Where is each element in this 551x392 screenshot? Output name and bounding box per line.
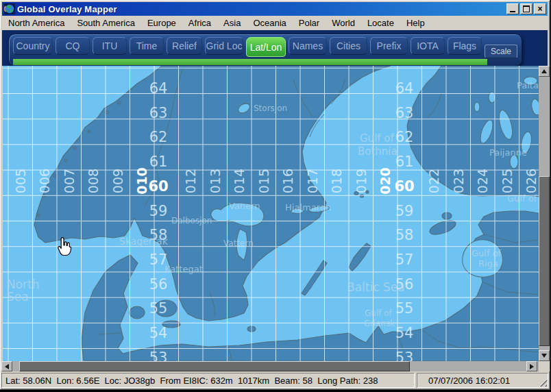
lat-label-60: 60	[148, 178, 168, 195]
place-label-riga: Riga	[478, 258, 498, 269]
horizontal-scrollbar[interactable]	[1, 361, 539, 371]
lat-label-59: 59	[149, 203, 168, 219]
toolbar-button-cities[interactable]: Cities	[330, 37, 367, 55]
lon-label-018: 018	[329, 169, 344, 193]
lat-label-55: 55	[395, 300, 414, 317]
scroll-up-button[interactable]	[539, 66, 550, 77]
lon-label-005: 005	[13, 169, 28, 193]
place-label-baltic-sea: Baltic Sea	[347, 280, 405, 294]
lon-label-026: 026	[524, 169, 539, 193]
lon-label-006: 006	[37, 169, 52, 193]
menu-item-polar[interactable]: Polar	[293, 16, 326, 29]
lat-label-54: 54	[149, 325, 168, 341]
toolbar-button-country[interactable]: Country	[13, 37, 53, 55]
scroll-down-button[interactable]	[539, 350, 550, 361]
status-clock-panel: 07/07/2006 16:02:01	[417, 373, 548, 388]
lat-label-63: 63	[149, 105, 168, 121]
lon-label-007: 007	[62, 169, 77, 193]
place-label-gulf-of: Gulf of	[365, 308, 393, 318]
place-label-kattegat: Kattegat	[164, 264, 203, 274]
window-title: Global Overlay Mapper	[17, 4, 505, 14]
place-label-sea: Sea	[7, 290, 29, 304]
scale-button[interactable]: Scale	[485, 45, 517, 58]
toolbar-button-time[interactable]: Time	[130, 37, 164, 55]
place-label-gdansk: Gdansk	[364, 319, 395, 328]
lon-label-009: 009	[110, 169, 125, 193]
lon-label-016: 016	[280, 169, 295, 193]
app-window: Global Overlay Mapper × North AmericaSou…	[0, 0, 550, 390]
scroll-left-button[interactable]	[1, 361, 12, 371]
menu-item-south-america[interactable]: South America	[71, 16, 141, 29]
toolbar-button-itu[interactable]: ITU	[93, 37, 127, 55]
vertical-scrollbar[interactable]	[539, 66, 550, 361]
maximize-icon	[523, 5, 530, 12]
toolbar-button-lat-lon[interactable]: Lat/Lon	[246, 37, 286, 57]
status-clock-text: 07/07/2006 16:02:01	[428, 376, 510, 386]
vertical-scroll-thumb[interactable]	[539, 176, 550, 346]
lat-label-55: 55	[149, 300, 168, 317]
lat-label-64: 64	[149, 80, 168, 97]
minimize-button[interactable]	[506, 3, 519, 14]
lon-label-015: 015	[256, 169, 271, 193]
toolbar-button-cq[interactable]: CQ	[56, 37, 90, 55]
arrow-down-icon	[541, 354, 547, 358]
resize-grip-icon[interactable]	[538, 378, 547, 387]
lon-label-024: 024	[475, 169, 490, 193]
scroll-right-button[interactable]	[526, 361, 537, 371]
lat-label-64: 64	[395, 80, 414, 97]
menu-item-world[interactable]: World	[326, 16, 361, 29]
lat-label-56: 56	[149, 276, 168, 293]
statusbar: Lat: 58.06N Lon: 6.56E Loc: JO38gb From …	[1, 373, 548, 388]
lon-label-017: 017	[305, 169, 320, 193]
lat-label-53: 53	[395, 350, 414, 361]
lat-label-61: 61	[149, 154, 168, 170]
toolbar-strip: CountryCQITUTimeReliefGrid LocLat/LonNam…	[2, 30, 548, 66]
menu-item-help[interactable]: Help	[400, 16, 431, 29]
toolbar-button-prefix[interactable]: Prefix	[370, 37, 408, 55]
place-label-gulf-of: Gulf of	[472, 248, 502, 258]
menu-item-asia[interactable]: Asia	[217, 16, 247, 29]
arrow-right-icon	[530, 364, 534, 369]
toolbar-button-relief[interactable]: Relief	[167, 37, 202, 55]
lat-label-61: 61	[395, 154, 414, 170]
lat-label-54: 54	[395, 325, 414, 341]
map-canvas[interactable]: 0050060070080090100120130140150160170180…	[3, 66, 539, 361]
menubar: North AmericaSouth AmericaEuropeAfricaAs…	[2, 16, 548, 31]
maximize-button[interactable]	[520, 3, 532, 14]
arrow-left-icon	[5, 364, 9, 369]
lon-label-010: 010	[134, 167, 149, 195]
lon-label-022: 022	[426, 169, 441, 193]
lat-label-62: 62	[395, 129, 414, 145]
place-label-gulf-of: Gulf of	[507, 193, 537, 204]
overlay-progress-bar	[13, 59, 487, 65]
place-label-bothnia: Bothnia	[358, 145, 397, 158]
lon-label-013: 013	[208, 169, 223, 193]
lon-label-008: 008	[86, 169, 101, 193]
place-label-vanern: Vanern	[229, 201, 260, 211]
lon-label-012: 012	[183, 169, 198, 193]
toolbar-button-iota[interactable]: IOTA	[411, 37, 445, 55]
toolbar-panel: CountryCQITUTimeReliefGrid LocLat/LonNam…	[8, 34, 522, 66]
close-button[interactable]: ×	[534, 3, 546, 14]
menu-item-north-america[interactable]: North America	[2, 16, 71, 29]
lat-label-62: 62	[149, 129, 168, 145]
toolbar-button-grid-loc[interactable]: Grid Loc	[205, 37, 243, 55]
menu-item-oceania[interactable]: Oceania	[247, 16, 292, 29]
titlebar[interactable]: Global Overlay Mapper ×	[2, 2, 548, 16]
toolbar-button-names[interactable]: Names	[289, 37, 327, 55]
lat-label-63: 63	[395, 105, 414, 121]
horizontal-scroll-thumb[interactable]	[19, 361, 410, 371]
globe-icon	[4, 3, 15, 14]
lon-label-025: 025	[500, 169, 515, 193]
arrow-up-icon	[541, 69, 547, 73]
menu-item-locate[interactable]: Locate	[361, 16, 400, 29]
place-label-hjalmaren: Hjalmaren	[285, 202, 331, 212]
menu-item-europe[interactable]: Europe	[141, 16, 182, 29]
lat-label-59: 59	[395, 203, 414, 219]
toolbar-button-flags[interactable]: Flags	[448, 37, 482, 55]
place-label-paijanne: Paijanne	[489, 147, 527, 158]
minimize-icon	[510, 11, 515, 12]
place-label-skagerrak: Skagerrak	[119, 236, 169, 247]
place-label-gulf-of: Gulf of	[360, 132, 395, 145]
menu-item-africa[interactable]: Africa	[182, 16, 217, 29]
